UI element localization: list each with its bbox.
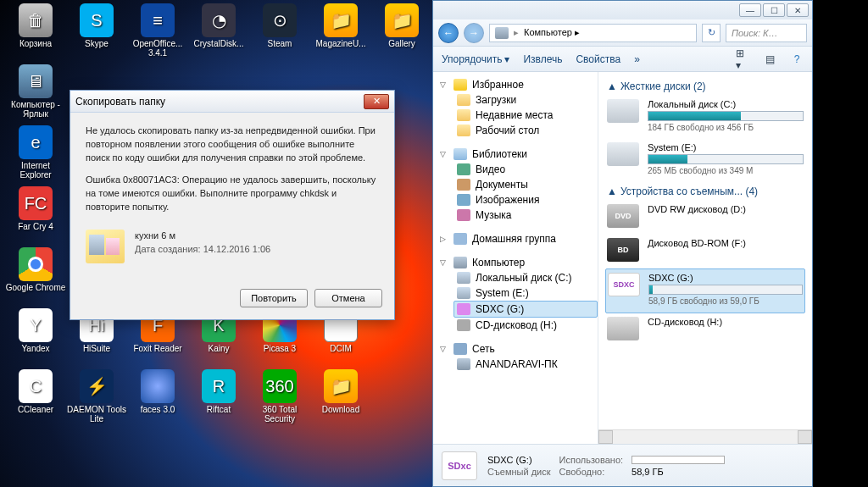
computer-icon (495, 27, 509, 39)
app-icon: e (19, 125, 53, 159)
drive-item[interactable]: SDXCSDXC (G:)58,9 ГБ свободно из 59,0 ГБ (605, 268, 805, 313)
app-icon: ◔ (202, 3, 236, 37)
dialog-message-2: Ошибка 0x80071AC3: Операцию не удалось з… (86, 174, 379, 214)
desktop-icon-download[interactable]: 📁Download (310, 368, 371, 429)
sdxc-icon: SDxc (442, 451, 477, 480)
tree-item[interactable]: Локальный диск (C:) (440, 270, 598, 285)
drive-item[interactable]: DVDDVD RW дисковод (D:) (605, 201, 805, 235)
tree-item[interactable]: Музыка (440, 208, 598, 223)
desktop-icon-faces-3-0[interactable]: faces 3.0 (127, 368, 188, 429)
nav-back-button[interactable]: ← (438, 23, 459, 43)
dialog-close-button[interactable]: ✕ (364, 94, 389, 109)
desktop-icon-steam[interactable]: ⊙Steam (249, 2, 310, 63)
explorer-toolbar: Упорядочить ▾ Извлечь Свойства » ⊞ ▾ ▤ ? (433, 47, 812, 72)
desktop-icon-magazineu-[interactable]: 📁MagazineU... (310, 2, 371, 63)
tree-item[interactable]: SDXC (G:) (453, 301, 598, 318)
close-button[interactable]: ✕ (787, 3, 809, 17)
desktop-icon-internet-explorer[interactable]: eInternet Explorer (5, 124, 66, 185)
drive-item[interactable]: CD-дисковод (H:) (605, 313, 805, 347)
app-icon: 🗑 (19, 3, 53, 37)
tree-group-header[interactable]: ▽Избранное (440, 77, 598, 92)
tree-group-header[interactable]: ▽Библиотеки (440, 147, 598, 162)
explorer-statusbar: SDxc SDXC (G:) Использовано: Съемный дис… (433, 444, 812, 486)
view-options-icon[interactable]: ⊞ ▾ (736, 53, 749, 66)
search-input[interactable]: Поиск: К… (726, 24, 807, 42)
desktop-icon-корзина[interactable]: 🗑Корзина (5, 2, 66, 63)
desktop-icon-daemon-tools-lite[interactable]: ⚡DAEMON Tools Lite (66, 368, 127, 429)
extract-button[interactable]: Извлечь (523, 53, 562, 65)
explorer-window: — ☐ ✕ ← → ▸ Компьютер ▸ ↻ Поиск: К… Упор… (432, 0, 813, 487)
drive-icon: BD (607, 238, 639, 262)
explorer-titlebar[interactable]: — ☐ ✕ (433, 1, 812, 19)
drive-item[interactable]: Локальный диск (C:)184 ГБ свободно из 45… (605, 96, 805, 139)
cancel-button[interactable]: Отмена (314, 289, 382, 307)
desktop-icon-riftcat[interactable]: RRiftcat (188, 368, 249, 429)
desktop-icon-ccleaner[interactable]: CCCleaner (5, 368, 66, 429)
desktop-icon-far-cry-4[interactable]: FCFar Cry 4 (5, 185, 66, 246)
desktop-icon-skype[interactable]: SSkype (66, 2, 127, 63)
tree-item[interactable]: Недавние места (440, 108, 598, 123)
group-removable[interactable]: ▲Устройства со съемным... (4) (605, 182, 805, 201)
copy-folder-dialog: Скопировать папку ✕ Не удалось скопирова… (70, 90, 395, 320)
explorer-navbar: ← → ▸ Компьютер ▸ ↻ Поиск: К… (433, 19, 812, 47)
app-icon (19, 247, 53, 281)
properties-button[interactable]: Свойства (576, 53, 620, 65)
app-icon: ⚡ (80, 369, 114, 403)
explorer-tree[interactable]: ▽ИзбранноеЗагрузкиНедавние местаРабочий … (433, 72, 598, 444)
tree-item[interactable]: Загрузки (440, 92, 598, 108)
dialog-folder-name: кухни 6 м (135, 230, 270, 243)
app-icon: 📁 (324, 3, 358, 37)
tree-item[interactable]: Рабочий стол (440, 123, 598, 138)
app-icon: Y (19, 308, 53, 342)
desktop-icon-openoffice-3-4-1[interactable]: ≡OpenOffice... 3.4.1 (127, 2, 188, 63)
dialog-message-1: Не удалось скопировать папку из-за непре… (86, 125, 379, 165)
dialog-folder-date: Дата создания: 14.12.2016 1:06 (135, 243, 270, 257)
drive-item[interactable]: System (E:)265 МБ свободно из 349 М (605, 139, 805, 182)
tree-group-header[interactable]: ▽Компьютер (440, 255, 598, 270)
tree-item[interactable]: Документы (440, 177, 598, 192)
explorer-content[interactable]: ▲Жесткие диски (2)Локальный диск (C:)184… (598, 72, 812, 429)
organize-menu[interactable]: Упорядочить ▾ (442, 53, 509, 65)
group-hdd[interactable]: ▲Жесткие диски (2) (605, 77, 805, 96)
status-used-label: Использовано: (559, 455, 624, 465)
desktop-icon-gallery[interactable]: 📁Gallery (371, 2, 432, 63)
more-button[interactable]: » (634, 53, 640, 65)
address-bar[interactable]: ▸ Компьютер ▸ (489, 24, 697, 42)
tree-item[interactable]: Изображения (440, 192, 598, 208)
black-margin (813, 0, 868, 487)
desktop-icon-crystaldisk-[interactable]: ◔CrystalDisk... (188, 2, 249, 63)
status-free-label: Свободно: (559, 467, 624, 477)
status-title: SDXC (G:) (487, 455, 551, 465)
tree-item[interactable]: Видео (440, 162, 598, 177)
app-icon: FC (19, 186, 53, 220)
nav-forward-button[interactable]: → (464, 23, 484, 43)
tree-item[interactable]: ANANDARAVI-ПК (440, 357, 598, 372)
hdd-icon (607, 99, 639, 123)
preview-pane-icon[interactable]: ▤ (763, 53, 776, 66)
app-icon: S (80, 3, 114, 37)
horizontal-scrollbar[interactable] (598, 429, 812, 444)
address-text: Компьютер ▸ (524, 27, 580, 38)
minimize-button[interactable]: — (739, 3, 761, 17)
tree-item[interactable]: CD-дисковод (H:) (440, 318, 598, 333)
desktop-icon-360-total-security[interactable]: 360360 Total Security (249, 368, 310, 429)
app-icon: 📁 (385, 3, 419, 37)
app-icon: ⊙ (263, 3, 297, 37)
maximize-button[interactable]: ☐ (763, 3, 785, 17)
tree-group-header[interactable]: ▽Сеть (440, 341, 598, 357)
status-free-value: 58,9 ГБ (632, 467, 725, 477)
app-icon: C (19, 369, 53, 403)
drive-item[interactable]: BDДисковод BD-ROM (F:) (605, 235, 805, 268)
desktop-icon-компьютер-ярлык[interactable]: 🖥Компьютер - Ярлык (5, 63, 66, 124)
tree-item[interactable]: System (E:) (440, 285, 598, 301)
status-type: Съемный диск (487, 467, 551, 477)
status-used-bar (632, 456, 725, 464)
tree-homegroup[interactable]: ▷Домашняя группа (440, 231, 598, 246)
desktop-icon-google-chrome[interactable]: Google Chrome (5, 246, 66, 307)
desktop-icon-yandex[interactable]: YYandex (5, 307, 66, 368)
retry-button[interactable]: Повторить (240, 289, 308, 307)
hdd-icon (607, 142, 639, 166)
dialog-titlebar[interactable]: Скопировать папку ✕ (70, 91, 394, 113)
help-icon[interactable]: ? (790, 53, 804, 66)
refresh-button[interactable]: ↻ (702, 24, 721, 42)
